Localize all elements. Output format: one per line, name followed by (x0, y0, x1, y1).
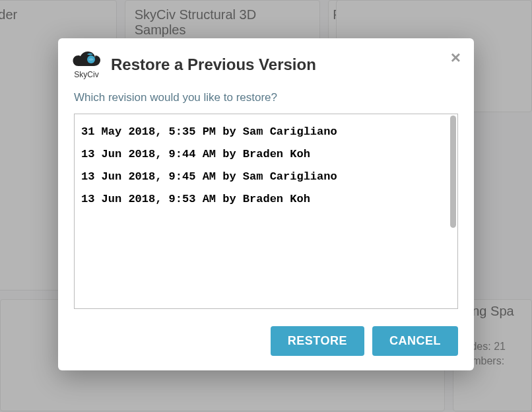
cloud-logo-icon (71, 50, 102, 70)
revision-item[interactable]: 13 Jun 2018, 9:45 AM by Sam Carigliano (81, 166, 451, 188)
modal-overlay: SkyCiv Restore a Previous Version × Whic… (0, 0, 532, 412)
modal-title: Restore a Previous Version (111, 55, 316, 74)
close-icon[interactable]: × (451, 49, 461, 66)
restore-button[interactable]: RESTORE (271, 326, 364, 356)
scrollbar-thumb[interactable] (450, 116, 456, 228)
scrollbar-track[interactable] (449, 116, 456, 307)
restore-version-modal: SkyCiv Restore a Previous Version × Whic… (58, 38, 474, 370)
revision-item[interactable]: 13 Jun 2018, 9:53 AM by Braden Koh (81, 188, 451, 211)
modal-prompt: Which revision would you like to restore… (74, 91, 461, 104)
modal-header: SkyCiv Restore a Previous Version (71, 50, 461, 79)
revision-item[interactable]: 13 Jun 2018, 9:44 AM by Braden Koh (81, 143, 451, 166)
modal-footer: RESTORE CANCEL (71, 326, 461, 356)
skyciv-logo: SkyCiv (71, 50, 102, 79)
logo-text: SkyCiv (74, 70, 98, 79)
revision-item[interactable]: 31 May 2018, 5:35 PM by Sam Carigliano (81, 121, 451, 143)
revision-list: 31 May 2018, 5:35 PM by Sam Carigliano13… (74, 114, 458, 309)
cancel-button[interactable]: CANCEL (372, 326, 458, 356)
